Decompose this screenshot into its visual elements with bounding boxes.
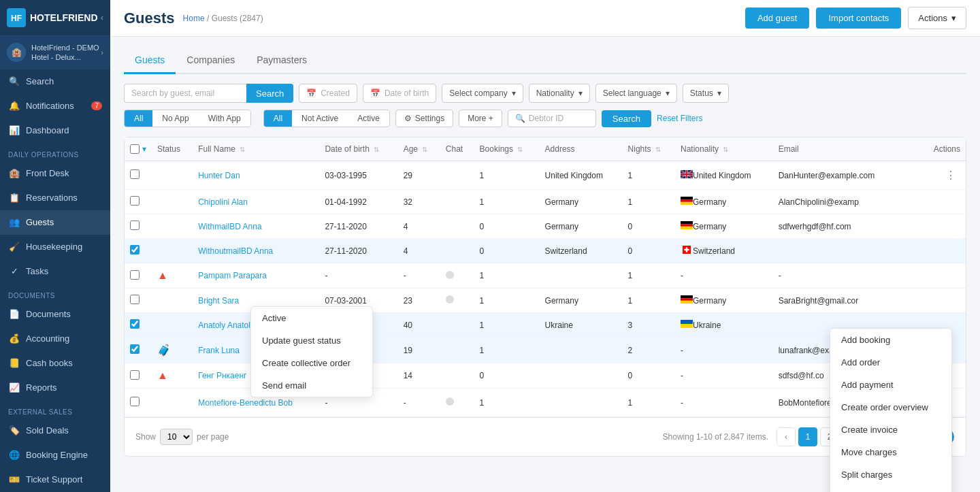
col-header-dob[interactable]: Date of birth ⇅ bbox=[319, 137, 397, 161]
sidebar-item-ticket-support[interactable]: 🎫 Ticket Support bbox=[0, 468, 110, 492]
debtor-filter[interactable]: 🔍 Debtor ID bbox=[508, 110, 596, 127]
row-fullname[interactable]: WithoutmailBD Anna bbox=[193, 239, 319, 263]
hotel-selector[interactable]: 🏨 HotelFriend - DEMO Hotel - Delux... › bbox=[0, 36, 110, 69]
tent-icon: ▲ bbox=[157, 370, 168, 381]
status-dropdown: Active Update guest status Create collec… bbox=[250, 306, 373, 397]
row-checkbox[interactable] bbox=[130, 245, 140, 255]
active-toggle-btn[interactable]: Active bbox=[348, 110, 389, 127]
sidebar-logo[interactable]: HF HOTELFRIEND ‹ bbox=[0, 0, 110, 36]
prev-page-btn[interactable]: ‹ bbox=[777, 427, 796, 446]
action-split-charges[interactable]: Split charges bbox=[830, 463, 951, 486]
row-checkbox[interactable] bbox=[130, 295, 140, 304]
dob-filter[interactable]: 📅 Date of birth bbox=[363, 84, 436, 103]
search-input[interactable] bbox=[124, 84, 246, 103]
col-header-bookings[interactable]: Bookings ⇅ bbox=[474, 137, 540, 161]
sidebar-item-front-desk[interactable]: 🏨 Front Desk bbox=[0, 161, 110, 186]
row-fullname[interactable]: WithmailBD Anna bbox=[193, 214, 319, 239]
dropdown-item-create-order[interactable]: Create collective order bbox=[251, 352, 372, 374]
row-checkbox-cell bbox=[125, 239, 152, 263]
action-send-email[interactable]: Send email bbox=[830, 486, 951, 492]
sidebar-item-tasks[interactable]: ✓ Tasks bbox=[0, 259, 110, 284]
page-1-btn[interactable]: 1 bbox=[798, 427, 817, 446]
all-toggle-btn[interactable]: All bbox=[125, 110, 152, 127]
sort-nights-icon: ⇅ bbox=[655, 146, 661, 153]
col-header-nights[interactable]: Nights ⇅ bbox=[623, 137, 675, 161]
row-bookings: 1 bbox=[474, 389, 540, 417]
sidebar-item-sold-deals[interactable]: 🏷️ Sold Deals bbox=[0, 419, 110, 443]
sidebar-item-reservations[interactable]: 📋 Reservations bbox=[0, 186, 110, 210]
dropdown-item-active[interactable]: Active bbox=[251, 307, 372, 329]
row-checkbox[interactable] bbox=[130, 270, 140, 280]
row-nights: 0 bbox=[623, 214, 675, 239]
reservations-icon: 📋 bbox=[8, 192, 20, 204]
created-filter[interactable]: 📅 Created bbox=[299, 84, 357, 103]
tab-companies[interactable]: Companies bbox=[176, 48, 246, 74]
tab-paymasters[interactable]: Paymasters bbox=[246, 48, 318, 74]
status-filter[interactable]: Status ▾ bbox=[683, 84, 729, 103]
settings-button[interactable]: ⚙ Settings bbox=[395, 110, 453, 127]
sidebar-item-booking-engine[interactable]: 🌐 Booking Engine bbox=[0, 443, 110, 468]
table-row: Chipolini Alan 01-04-1992 32 1 Germany 1… bbox=[125, 190, 966, 214]
row-checkbox[interactable] bbox=[130, 196, 140, 206]
debtor-search-icon: 🔍 bbox=[515, 114, 525, 123]
row-bookings: 1 bbox=[474, 313, 540, 338]
sidebar-item-notifications[interactable]: 🔔 Notifications 7 bbox=[0, 94, 110, 118]
sort-nationality-icon: ⇅ bbox=[723, 146, 728, 153]
add-guest-button[interactable]: Add guest bbox=[745, 7, 810, 29]
more-button[interactable]: More + bbox=[459, 110, 502, 127]
company-filter[interactable]: Select company ▾ bbox=[442, 84, 523, 103]
row-checkbox[interactable] bbox=[130, 220, 140, 230]
row-nights: 2 bbox=[623, 338, 675, 363]
import-contacts-button[interactable]: Import contacts bbox=[816, 7, 901, 29]
action-move-charges[interactable]: Move charges bbox=[830, 441, 951, 463]
sidebar-item-dashboard[interactable]: 📊 Dashboard bbox=[0, 118, 110, 143]
filter-row-2: All No App With App All Not Active Activ… bbox=[124, 110, 966, 127]
action-add-payment[interactable]: Add payment bbox=[830, 374, 951, 396]
sidebar-item-guests[interactable]: 👥 Guests bbox=[0, 210, 110, 235]
sidebar-item-search[interactable]: 🔍 Search bbox=[0, 69, 110, 94]
breadcrumb-home[interactable]: Home bbox=[183, 14, 205, 23]
dropdown-item-update-status[interactable]: Update guest status bbox=[251, 329, 372, 352]
action-create-invoice[interactable]: Create invoice bbox=[830, 419, 951, 441]
action-create-order-overview[interactable]: Create order overview bbox=[830, 396, 951, 419]
row-checkbox[interactable] bbox=[130, 397, 140, 406]
reset-filters-link[interactable]: Reset Filters bbox=[657, 114, 702, 123]
sidebar-item-accounting[interactable]: 💰 Accounting bbox=[0, 327, 110, 351]
row-address: Ukraine bbox=[540, 313, 623, 338]
col-header-age[interactable]: Age ⇅ bbox=[398, 137, 440, 161]
language-filter[interactable]: Select language ▾ bbox=[595, 84, 677, 103]
collapse-icon[interactable]: ‹ bbox=[101, 13, 103, 22]
row-checkbox[interactable] bbox=[130, 319, 140, 329]
row-checkbox[interactable] bbox=[130, 344, 140, 354]
row-fullname[interactable]: Hunter Dan bbox=[193, 161, 319, 190]
row-checkbox[interactable] bbox=[130, 370, 140, 380]
sidebar-item-documents[interactable]: 📄 Documents bbox=[0, 302, 110, 327]
dropdown-item-send-email[interactable]: Send email bbox=[251, 374, 372, 397]
not-active-toggle-btn[interactable]: Not Active bbox=[292, 110, 348, 127]
select-all-checkbox[interactable] bbox=[130, 144, 140, 154]
sidebar-item-cash-books[interactable]: 📒 Cash books bbox=[0, 351, 110, 376]
nationality-filter[interactable]: Nationality ▾ bbox=[529, 84, 590, 103]
external-sales-section-label: EXTERNAL SALES bbox=[0, 400, 110, 419]
row-checkbox[interactable] bbox=[130, 169, 140, 179]
sidebar-item-reports[interactable]: 📈 Reports bbox=[0, 376, 110, 400]
with-app-toggle-btn[interactable]: With App bbox=[199, 110, 250, 127]
col-header-nationality[interactable]: Nationality ⇅ bbox=[675, 137, 773, 161]
row-dob: 27-11-2020 bbox=[319, 239, 397, 263]
debtor-search-button[interactable]: Search bbox=[602, 110, 651, 127]
sidebar-item-housekeeping[interactable]: 🧹 Housekeeping bbox=[0, 235, 110, 259]
per-page-select[interactable]: 10 25 50 bbox=[160, 429, 193, 445]
search-button[interactable]: Search bbox=[246, 84, 293, 103]
row-actions-button[interactable]: ⋮ bbox=[941, 167, 960, 183]
tab-guests[interactable]: Guests bbox=[124, 48, 176, 74]
no-app-toggle-btn[interactable]: No App bbox=[152, 110, 198, 127]
actions-button[interactable]: Actions ▾ bbox=[908, 7, 966, 29]
all2-toggle-btn[interactable]: All bbox=[264, 110, 292, 127]
row-fullname[interactable]: Pampam Parapara bbox=[193, 263, 319, 289]
bulk-actions-icon[interactable]: ▾ bbox=[142, 144, 146, 154]
row-fullname[interactable]: Chipolini Alan bbox=[193, 190, 319, 214]
action-add-booking[interactable]: Add booking bbox=[830, 329, 951, 351]
bell-icon: 🔔 bbox=[8, 100, 20, 112]
col-header-full-name[interactable]: Full Name ⇅ bbox=[193, 137, 319, 161]
action-add-order[interactable]: Add order bbox=[830, 351, 951, 374]
